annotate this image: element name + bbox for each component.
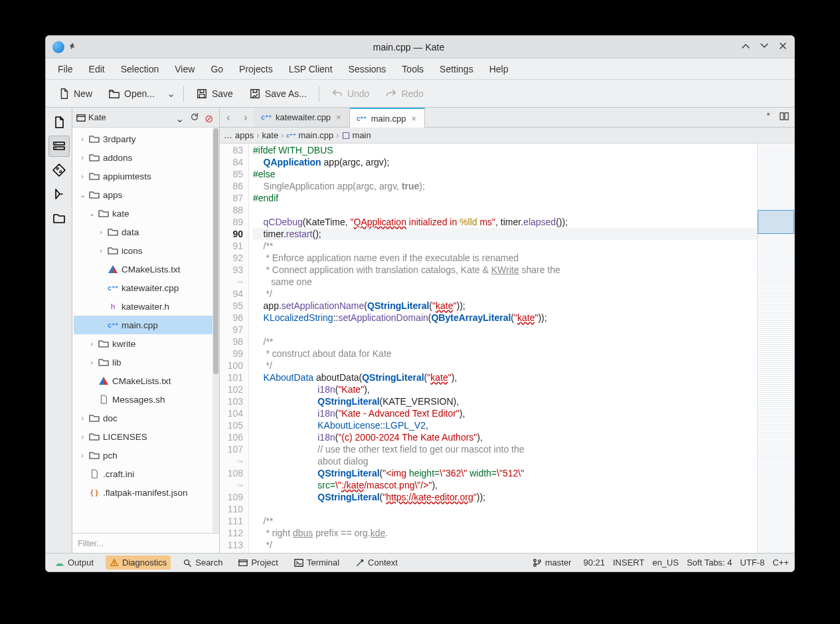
folder-doc[interactable]: ›doc [74,409,212,427]
folder-lib[interactable]: ›lib [74,353,212,371]
expand-chevron-icon[interactable]: › [78,135,87,143]
code-line[interactable]: #ifdef WITH_DBUS [253,144,757,156]
breadcrumb-overflow[interactable]: … [224,130,232,140]
code-line[interactable]: QApplication app(argc, argv); [253,156,757,168]
locale-status[interactable]: en_US [652,558,679,568]
tab-prev-icon[interactable]: ‹ [220,108,237,127]
code-line[interactable]: * right dbus prefix == org.kde. [253,527,757,539]
save-as-button[interactable]: Save As... [242,84,313,104]
code-line[interactable]: qCDebug(KateTime, "QApplication initiali… [253,216,757,228]
projects-tool-icon[interactable] [48,136,70,157]
code-line[interactable]: /** [253,240,757,252]
code-line[interactable] [253,204,757,216]
filesystem-tool-icon[interactable] [48,207,70,229]
code-content[interactable]: #ifdef WITH_DBUS QApplication app(argc, … [249,144,757,553]
code-line[interactable]: i18n("Kate"), [253,383,757,395]
code-line[interactable]: KAboutData aboutData(QStringLiteral("kat… [253,371,757,383]
git-branch-status[interactable]: master [529,556,576,570]
file-cmakelists-txt[interactable]: CMakeLists.txt [74,260,212,278]
folder-addons[interactable]: ›addons [74,148,212,167]
close-button[interactable] [778,41,788,52]
folder-appiumtests[interactable]: ›appiumtests [74,167,212,185]
code-line[interactable] [253,503,757,515]
code-line[interactable]: QStringLiteral("<img height=\"362\" widt… [253,467,757,479]
menu-go[interactable]: Go [203,60,231,78]
tab-main-cpp[interactable]: c⁺⁺main.cpp× [350,108,425,128]
folder-icons[interactable]: ›icons [74,241,212,260]
project-panel-button[interactable]: Project [234,556,282,570]
menu-lsp-client[interactable]: LSP Client [281,60,341,78]
search-panel-button[interactable]: Search [179,556,226,570]
code-line[interactable]: KLocalizedString::setApplicationDomain(Q… [253,312,757,324]
save-button[interactable]: Save [189,84,240,104]
code-line[interactable]: about dialog [253,455,757,467]
expand-chevron-icon[interactable]: › [78,154,87,161]
close-sidebar-icon[interactable]: ⊘ [205,112,215,123]
code-line[interactable]: i18n("Kate - Advanced Text Editor"), [253,407,757,419]
minimap[interactable] [757,144,794,553]
expand-chevron-icon[interactable]: ⌄ [78,191,87,199]
tree-scrollbar[interactable] [212,128,219,533]
code-line[interactable]: timer.restart(); [253,228,757,240]
code-line[interactable]: KAboutLicense::LGPL_V2, [253,419,757,431]
cursor-position[interactable]: 90:21 [583,558,605,568]
code-line[interactable]: #endif [253,192,757,204]
breadcrumb-main[interactable]: main [342,130,371,140]
folder-data[interactable]: ›data [74,223,212,241]
expand-chevron-icon[interactable]: › [96,247,106,255]
code-line[interactable]: */ [253,360,757,371]
menu-projects[interactable]: Projects [231,60,281,78]
expand-chevron-icon[interactable]: › [96,228,106,236]
menu-tools[interactable]: Tools [394,60,432,78]
breadcrumb-kate[interactable]: kate [262,130,279,140]
menu-settings[interactable]: Settings [432,60,481,78]
code-line[interactable]: * Enforce application name even if the e… [253,252,757,264]
tab-katewaiter-cpp[interactable]: c⁺⁺katewaiter.cpp× [254,108,350,127]
minimize-button[interactable] [741,41,750,52]
undo-button[interactable]: Undo [325,84,376,104]
tab-close-icon[interactable]: × [410,114,418,124]
open-dropdown[interactable]: ⌄ [164,83,178,104]
tab-close-icon[interactable]: × [335,112,343,122]
file--flatpak-manifest-json[interactable]: { }.flatpak-manifest.json [74,483,212,502]
code-line[interactable]: * Connect application with translation c… [253,264,757,276]
menu-file[interactable]: File [50,60,81,78]
code-line[interactable]: QStringLiteral(KATE_VERSION), [253,395,757,407]
indent-status[interactable]: Soft Tabs: 4 [687,558,732,568]
pin-icon[interactable] [68,41,76,53]
expand-chevron-icon[interactable]: › [78,451,87,459]
code-line[interactable]: /** [253,336,757,348]
file-messages-sh[interactable]: Messages.sh [74,390,212,409]
expand-chevron-icon[interactable]: ⌄ [87,209,96,218]
code-line[interactable]: SingleApplication app(argc, argv, true); [253,180,757,192]
expand-chevron-icon[interactable]: › [78,414,87,422]
expand-chevron-icon[interactable]: › [87,340,96,348]
open-button[interactable]: Open... [102,84,161,104]
code-line[interactable]: */ [253,539,757,551]
folder-kwrite[interactable]: ›kwrite [74,334,212,353]
file-katewaiter-cpp[interactable]: c⁺⁺katewaiter.cpp [74,278,212,297]
git-tool-icon[interactable] [48,159,70,181]
expand-chevron-icon[interactable]: › [78,172,87,180]
code-line[interactable]: #else [253,168,757,180]
menu-sessions[interactable]: Sessions [341,60,394,78]
minimap-viewport[interactable] [758,210,794,234]
redo-button[interactable]: Redo [378,84,430,104]
code-line[interactable]: * construct about data for Kate [253,348,757,360]
diagnostics-panel-button[interactable]: Diagnostics [106,556,171,570]
file-katewaiter-h[interactable]: hkatewaiter.h [74,297,212,316]
breadcrumb-apps[interactable]: apps [235,130,254,140]
output-panel-button[interactable]: Output [51,556,98,570]
context-panel-button[interactable]: Context [351,556,402,570]
file-main-cpp[interactable]: c⁺⁺main.cpp [74,316,212,334]
menu-view[interactable]: View [167,60,203,78]
language-status[interactable]: C++ [772,558,789,568]
folder-kate[interactable]: ⌄kate [74,204,212,223]
menu-selection[interactable]: Selection [113,60,167,78]
code-line[interactable]: i18n("(c) 2000-2024 The Kate Authors"), [253,431,757,443]
split-view-icon[interactable] [780,112,789,124]
code-line[interactable]: /** [253,515,757,527]
folder-licenses[interactable]: ›LICENSES [74,427,212,446]
quick-open-icon[interactable] [764,112,773,124]
folder-apps[interactable]: ⌄apps [74,185,212,204]
